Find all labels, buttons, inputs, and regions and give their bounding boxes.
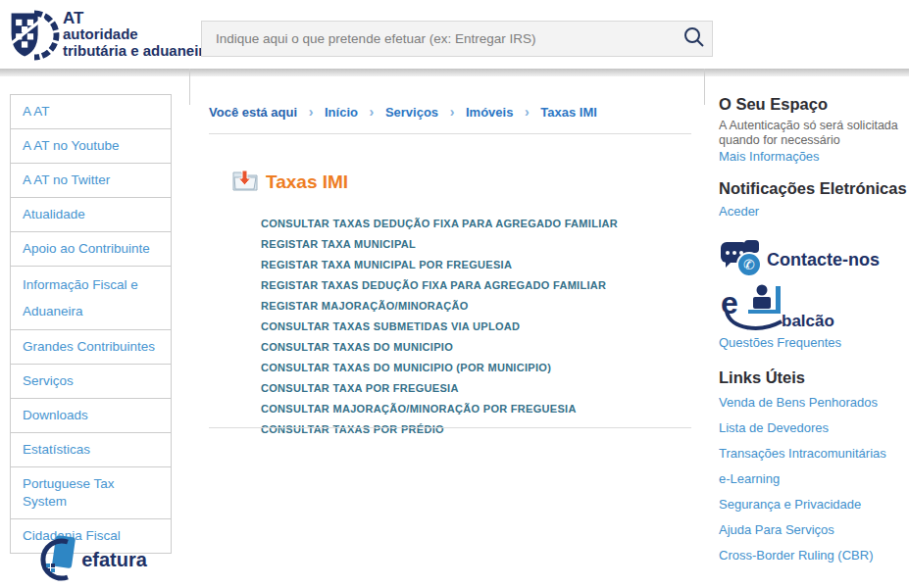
- list-item: CONSULTAR TAXAS POR PRÉDIO: [261, 418, 618, 439]
- breadcrumb-prefix: Você está aqui: [209, 105, 297, 120]
- link-ajuda-servicos[interactable]: Ajuda Para Serviços: [719, 517, 886, 543]
- list-item: CONSULTAR TAXAS DO MUNICIPIO (POR MUNICI…: [261, 357, 618, 377]
- link-e-learning[interactable]: e-Learning: [719, 466, 886, 492]
- chevron-right-icon: ›: [525, 104, 530, 120]
- ebalcao-label: balcão: [782, 312, 834, 331]
- column-separator-left: [189, 69, 190, 105]
- seu-espaco-description: A Autenticação só será solicitada quando…: [719, 119, 909, 148]
- at-logo-name-2: tributária e aduaneira: [63, 42, 213, 59]
- search-input[interactable]: [202, 22, 677, 56]
- chevron-right-icon: ›: [450, 104, 455, 120]
- at-logo[interactable]: [8, 5, 61, 70]
- at-logo-acronym: AT: [63, 11, 213, 26]
- aceder-link[interactable]: Aceder: [719, 204, 759, 219]
- efatura-label: efatura: [81, 549, 147, 571]
- chat-phone-icon: ✆: [719, 240, 766, 279]
- content-divider-top: [209, 133, 691, 134]
- link-registar-majoracao[interactable]: REGISTAR MAJORAÇÃO/MINORAÇÃO: [261, 300, 469, 312]
- phone-icon: ✆: [736, 252, 762, 277]
- page-title-row: Taxas IMI: [232, 169, 348, 195]
- list-item: CONSULTAR TAXAS DO MUNICIPIO: [261, 336, 618, 357]
- chevron-right-icon: ›: [370, 104, 375, 120]
- sidebar-menu: A AT A AT no Youtube A AT no Twitter Atu…: [10, 94, 172, 554]
- efatura-logo[interactable]: efatura: [10, 534, 172, 585]
- link-consultar-taxas-por-municipio[interactable]: CONSULTAR TAXAS DO MUNICIPIO (POR MUNICI…: [261, 362, 551, 373]
- chevron-right-icon: ›: [309, 104, 314, 120]
- link-consultar-majoracao-freguesia[interactable]: CONSULTAR MAJORAÇÃO/MINORAÇÃO POR FREGUE…: [261, 403, 577, 415]
- ebalcao-logo[interactable]: e balcão: [719, 282, 876, 335]
- link-consultar-taxas-municipio[interactable]: CONSULTAR TAXAS DO MUNICIPIO: [261, 341, 453, 353]
- speech-bubble-small-icon: [744, 240, 759, 253]
- breadcrumb: Você está aqui › Início › Serviços › Imó…: [209, 104, 597, 120]
- sidebar-item-downloads[interactable]: Downloads: [11, 399, 171, 433]
- sidebar-item-a-at[interactable]: A AT: [11, 95, 171, 129]
- sidebar-item-youtube[interactable]: A AT no Youtube: [11, 129, 171, 164]
- link-consultar-taxas-upload[interactable]: CONSULTAR TAXAS SUBMETIDAS VIA UPLOAD: [261, 320, 520, 332]
- sidebar-item-portuguese-tax-system[interactable]: Portuguese Tax System: [11, 467, 171, 519]
- link-registar-deducao-fixa[interactable]: REGISTAR TAXAS DEDUÇÃO FIXA PARA AGREGAD…: [261, 279, 606, 291]
- list-item: CONSULTAR TAXA POR FREGUESIA: [261, 377, 618, 398]
- link-consultar-taxa-freguesia[interactable]: CONSULTAR TAXA POR FREGUESIA: [261, 382, 459, 394]
- breadcrumb-imoveis[interactable]: Imóveis: [466, 105, 513, 120]
- sidebar-item-informacao-fiscal[interactable]: Informação Fiscal e Aduaneira: [11, 267, 171, 330]
- page: AT autoridade tributária e aduaneira A A…: [0, 0, 909, 588]
- at-logo-name-1: autoridade: [63, 26, 213, 42]
- notificacoes-heading: Notificações Eletrónicas: [719, 179, 907, 198]
- imi-links-list: CONSULTAR TAXAS DEDUÇÃO FIXA PARA AGREGA…: [261, 213, 618, 439]
- list-item: REGISTAR TAXA MUNICIPAL: [261, 233, 618, 254]
- page-title: Taxas IMI: [266, 172, 348, 193]
- link-registar-taxa-municipal[interactable]: REGISTAR TAXA MUNICIPAL: [261, 238, 416, 250]
- sidebar-item-grandes-contribuintes[interactable]: Grandes Contribuintes: [11, 330, 171, 365]
- list-item: REGISTAR TAXAS DEDUÇÃO FIXA PARA AGREGAD…: [261, 274, 618, 295]
- header-divider-band: [0, 69, 909, 76]
- search-button[interactable]: [677, 22, 712, 56]
- ebalcao-e-label: e: [721, 288, 738, 318]
- column-separator-right: [704, 69, 705, 105]
- content-divider-bottom: [209, 427, 691, 428]
- link-seguranca-privacidade[interactable]: Segurança e Privacidade: [719, 492, 886, 517]
- sidebar-item-atualidade[interactable]: Atualidade: [11, 198, 171, 232]
- sidebar-item-twitter[interactable]: A AT no Twitter: [11, 164, 171, 198]
- sidebar-item-apoio-contribuinte[interactable]: Apoio ao Contribuinte: [11, 232, 171, 267]
- list-item: CONSULTAR TAXAS SUBMETIDAS VIA UPLOAD: [261, 316, 618, 336]
- search-icon: [682, 25, 706, 52]
- links-uteis-heading: Links Úteis: [719, 368, 805, 387]
- folder-download-icon: [232, 169, 258, 195]
- contacte-nos-link[interactable]: ✆ Contacte-nos: [719, 240, 880, 279]
- seu-espaco-heading: O Seu Espaço: [719, 95, 828, 114]
- link-consultar-deducao-fixa[interactable]: CONSULTAR TAXAS DEDUÇÃO FIXA PARA AGREGA…: [261, 218, 618, 229]
- contacte-nos-label: Contacte-nos: [767, 250, 880, 270]
- link-cross-border-ruling[interactable]: Cross-Border Ruling (CBR): [719, 543, 886, 568]
- breadcrumb-inicio[interactable]: Início: [325, 105, 358, 120]
- at-shield-icon: [8, 5, 61, 70]
- link-lista-devedores[interactable]: Lista de Devedores: [719, 416, 886, 441]
- link-registar-taxa-municipal-freguesia[interactable]: REGISTAR TAXA MUNICIPAL POR FREGUESIA: [261, 259, 512, 270]
- search-bar: [201, 21, 713, 57]
- links-uteis-list: Venda de Bens Penhorados Lista de Devedo…: [719, 390, 886, 568]
- sidebar-item-servicos[interactable]: Serviços: [11, 365, 171, 399]
- link-consultar-taxas-predio[interactable]: CONSULTAR TAXAS POR PRÉDIO: [261, 423, 444, 435]
- sidebar-item-estatisticas[interactable]: Estatísticas: [11, 433, 171, 467]
- breadcrumb-taxas-imi[interactable]: Taxas IMI: [540, 105, 597, 120]
- questoes-frequentes-link[interactable]: Questões Frequentes: [719, 335, 841, 350]
- link-transacoes-intracomunitarias[interactable]: Transações Intracomunitárias: [719, 441, 886, 466]
- list-item: REGISTAR TAXA MUNICIPAL POR FREGUESIA: [261, 254, 618, 274]
- at-logo-text: AT autoridade tributária e aduaneira: [63, 11, 213, 59]
- list-item: CONSULTAR MAJORAÇÃO/MINORAÇÃO POR FREGUE…: [261, 398, 618, 418]
- efatura-icon: [34, 534, 79, 585]
- list-item: REGISTAR MAJORAÇÃO/MINORAÇÃO: [261, 295, 618, 316]
- mais-informacoes-link[interactable]: Mais Informações: [719, 149, 820, 164]
- list-item: CONSULTAR TAXAS DEDUÇÃO FIXA PARA AGREGA…: [261, 213, 618, 233]
- breadcrumb-servicos[interactable]: Serviços: [385, 105, 438, 120]
- link-venda-bens-penhorados[interactable]: Venda de Bens Penhorados: [719, 390, 886, 416]
- right-column: O Seu Espaço A Autenticação só será soli…: [719, 0, 909, 53]
